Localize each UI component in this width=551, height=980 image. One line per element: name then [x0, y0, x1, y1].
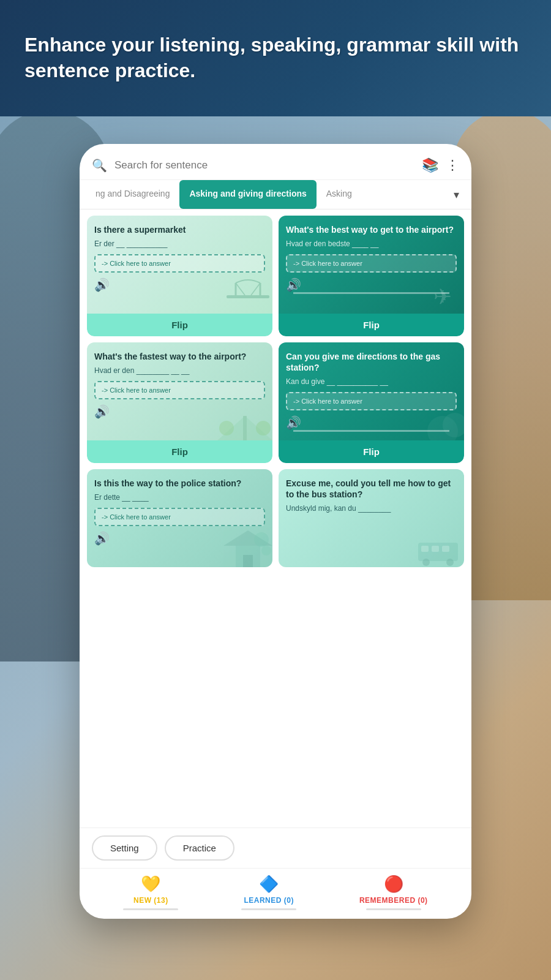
gas-station-illustration	[421, 404, 464, 440]
tab-asking[interactable]: Asking	[317, 180, 362, 209]
stat-bar-remembered	[366, 908, 421, 910]
card-subtitle-3: Hvad er den ________ __ __	[94, 366, 265, 376]
card-body-2: What's the best way to get to the airpor…	[279, 216, 464, 314]
card-answer-1[interactable]: -> Click here to answer	[94, 254, 265, 273]
card-title-5: Is this the way to the police station?	[94, 478, 265, 489]
progress-line-2	[293, 292, 449, 294]
stat-new-label: NEW (13)	[133, 896, 168, 905]
stat-learned: 🔷 LEARNED (0)	[241, 875, 296, 910]
header-text: Enhance your listening, speaking, gramma…	[24, 32, 527, 83]
stat-bar-learned	[241, 908, 296, 910]
card-answer-5[interactable]: -> Click here to answer	[94, 508, 265, 526]
book-icon[interactable]: 📚	[422, 157, 438, 173]
card-body-5: Is this the way to the police station? E…	[87, 469, 272, 567]
flashcard-4[interactable]: Can you give me directions to the gas st…	[279, 342, 464, 463]
search-input[interactable]	[114, 159, 414, 172]
svg-rect-18	[432, 546, 439, 552]
card-body-6: Excuse me, could you tell me how to get …	[279, 469, 464, 567]
police-illustration	[223, 527, 272, 567]
bottom-stats: 💛 NEW (13) 🔷 LEARNED (0) 🔴 REMEMBERED (0…	[80, 868, 471, 919]
gem-learned-icon: 🔷	[259, 875, 279, 894]
svg-line-3	[236, 283, 245, 295]
card-subtitle-4: Kan du give __ __________ __	[286, 377, 457, 387]
card-title-6: Excuse me, could you tell me how to get …	[286, 478, 457, 500]
category-tabs: ng and Disagreeing Asking and giving dir…	[80, 180, 471, 209]
svg-line-4	[251, 283, 260, 295]
svg-point-8	[256, 421, 271, 435]
header-banner: Enhance your listening, speaking, gramma…	[0, 0, 551, 116]
gem-remembered-icon: 🔴	[384, 875, 403, 894]
bus-illustration	[415, 530, 464, 567]
card-subtitle-1: Er der __ __________	[94, 239, 265, 249]
search-bar: 🔍 📚 ⋮	[80, 144, 471, 180]
flip-button-4[interactable]: Flip	[279, 440, 464, 463]
tab-dropdown-icon[interactable]: ▾	[448, 182, 465, 208]
svg-text:✈: ✈	[433, 284, 452, 309]
more-options-icon[interactable]: ⋮	[446, 157, 459, 173]
stat-remembered-label: REMEMBERED (0)	[359, 896, 428, 905]
card-answer-3[interactable]: -> Click here to answer	[94, 381, 265, 399]
svg-rect-13	[243, 555, 253, 567]
stat-learned-label: LEARNED (0)	[244, 896, 294, 905]
card-title-4: Can you give me directions to the gas st…	[286, 351, 457, 373]
card-body-1: Is there a supermarket Er der __ _______…	[87, 216, 272, 314]
svg-point-15	[261, 546, 271, 556]
tab-directions[interactable]: Asking and giving directions	[179, 180, 316, 209]
card-subtitle-5: Er dette __ ____	[94, 492, 265, 503]
flashcard-6[interactable]: Excuse me, could you tell me how to get …	[279, 469, 464, 567]
flip-button-3[interactable]: Flip	[87, 440, 272, 463]
card-answer-2[interactable]: -> Click here to answer	[286, 254, 457, 273]
card-title-2: What's the best way to get to the airpor…	[286, 224, 457, 235]
svg-point-7	[219, 421, 234, 435]
svg-rect-6	[243, 416, 247, 440]
practice-button[interactable]: Practice	[165, 835, 234, 861]
road-illustration	[217, 398, 272, 440]
flashcard-1[interactable]: Is there a supermarket Er der __ _______…	[87, 216, 272, 336]
search-icon: 🔍	[92, 158, 107, 173]
airport-illustration: ✈	[427, 277, 464, 314]
card-subtitle-2: Hvad er den bedste ____ __	[286, 239, 457, 249]
cards-scroll-area[interactable]: Is there a supermarket Er der __ _______…	[80, 209, 471, 827]
stat-remembered: 🔴 REMEMBERED (0)	[359, 875, 428, 910]
svg-rect-19	[442, 546, 449, 552]
bottom-buttons-row: Setting Practice	[80, 827, 471, 868]
svg-point-20	[422, 559, 430, 566]
tab-agreeing[interactable]: ng and Disagreeing	[86, 180, 179, 209]
card-title-3: What's the fastest way to the airport?	[94, 351, 265, 362]
bridge-illustration	[223, 277, 272, 314]
card-body-4: Can you give me directions to the gas st…	[279, 342, 464, 440]
flashcard-5[interactable]: Is this the way to the police station? E…	[87, 469, 272, 567]
phone-card: 🔍 📚 ⋮ ng and Disagreeing Asking and givi…	[80, 144, 471, 919]
svg-point-21	[446, 559, 454, 566]
flip-button-1[interactable]: Flip	[87, 314, 272, 336]
flip-button-2[interactable]: Flip	[279, 314, 464, 336]
svg-rect-0	[227, 295, 269, 298]
card-subtitle-6: Undskyld mig, kan du ________	[286, 503, 457, 514]
cards-grid: Is there a supermarket Er der __ _______…	[87, 216, 464, 567]
svg-point-14	[254, 532, 269, 547]
stat-new: 💛 NEW (13)	[123, 875, 178, 910]
svg-rect-17	[421, 546, 429, 552]
flashcard-2[interactable]: What's the best way to get to the airpor…	[279, 216, 464, 336]
card-title-1: Is there a supermarket	[94, 224, 265, 235]
stat-bar-new	[123, 908, 178, 910]
gem-new-icon: 💛	[141, 875, 160, 894]
card-body-3: What's the fastest way to the airport? H…	[87, 342, 272, 440]
setting-button[interactable]: Setting	[92, 835, 157, 861]
flashcard-3[interactable]: What's the fastest way to the airport? H…	[87, 342, 272, 463]
